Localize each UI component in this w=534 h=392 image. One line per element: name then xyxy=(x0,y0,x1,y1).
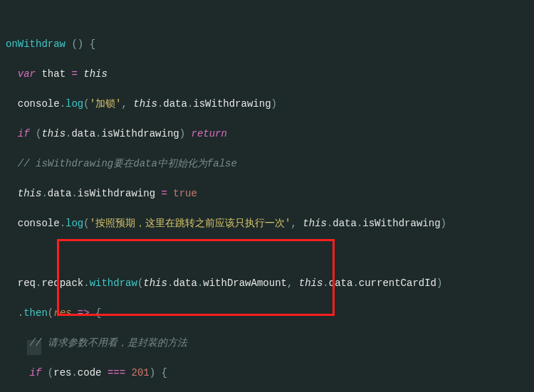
code-line: req.redpack.withdraw(this.data.withDrawA… xyxy=(6,276,534,291)
code-line: this.data.isWithdrawing = true xyxy=(6,186,534,201)
code-line: // 请求参数不用看，是封装的方法 xyxy=(6,336,534,351)
code-line: onWithdraw () { xyxy=(6,37,534,52)
code-line: console.log('加锁', this.data.isWithdrawin… xyxy=(6,97,534,112)
code-line: if (res.code === 201) { xyxy=(6,366,534,381)
code-line: // isWithdrawing要在data中初始化为false xyxy=(6,157,534,171)
code-line: .then(res => { xyxy=(6,306,534,321)
code-line xyxy=(6,246,534,261)
code-line: console.log('按照预期，这里在跳转之前应该只执行一次', this.… xyxy=(6,216,534,231)
code-line: var that = this xyxy=(6,67,534,82)
function-name: onWithdraw xyxy=(6,38,66,50)
code-line: if (this.data.isWithdrawing) return xyxy=(6,127,534,142)
code-editor[interactable]: onWithdraw () { var that = this console.… xyxy=(6,7,534,392)
